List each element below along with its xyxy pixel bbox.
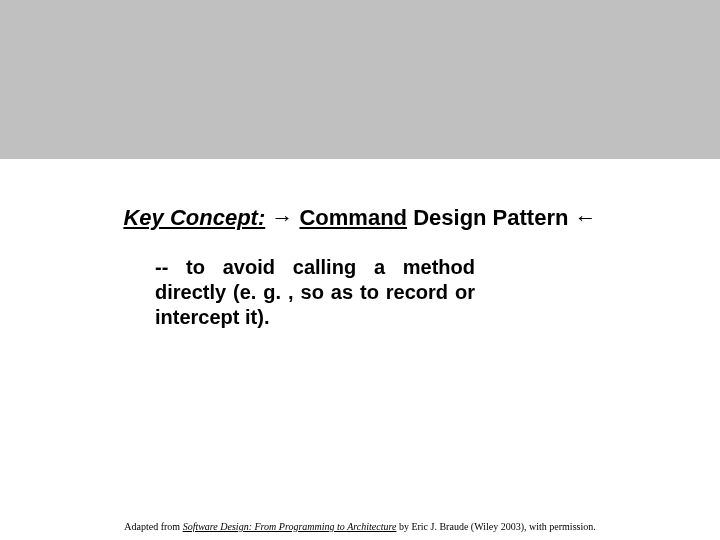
slide-canvas: Key Concept: → Command Design Pattern ← … bbox=[0, 159, 720, 540]
title-command-word: Command bbox=[299, 205, 407, 230]
arrow-right-icon: → bbox=[271, 205, 293, 230]
arrow-left-icon: ← bbox=[575, 205, 597, 230]
attribution-book-title: Software Design: From Programming to Arc… bbox=[183, 521, 397, 532]
attribution-line: Adapted from Software Design: From Progr… bbox=[0, 521, 720, 532]
attribution-prefix: Adapted from bbox=[124, 521, 182, 532]
slide-body-text: -- to avoid calling a method directly (e… bbox=[155, 255, 475, 330]
attribution-suffix: by Eric J. Braude (Wiley 2003), with per… bbox=[396, 521, 595, 532]
slide-title: Key Concept: → Command Design Pattern ← bbox=[0, 205, 720, 231]
title-key-concept: Key Concept: bbox=[123, 205, 265, 230]
title-design-pattern: Design Pattern bbox=[407, 205, 568, 230]
